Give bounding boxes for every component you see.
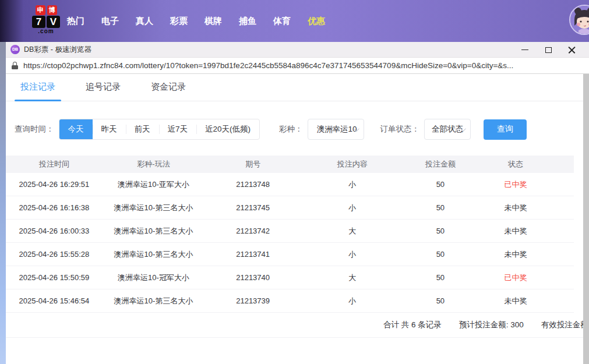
logo-brand-char-v: V (47, 16, 60, 28)
bet-records-table: 投注时间 彩种-玩法 期号 投注内容 投注金额 状态 2025-04-26 16… (6, 156, 589, 313)
cell-game-play: 澳洲幸运10-第三名大小 (103, 226, 205, 236)
window-controls (513, 42, 583, 58)
table-row: 2025-04-26 16:29:51 澳洲幸运10-亚军大小 21213748… (6, 173, 574, 196)
table-row: 2025-04-26 15:50:59 澳洲幸运10-冠军大小 21213740… (6, 266, 574, 289)
lock-icon (12, 62, 18, 69)
order-status-label: 订单状态： (380, 124, 420, 135)
cell-bet-time: 2025-04-26 16:00:33 (6, 227, 103, 235)
cell-amount: 50 (404, 227, 478, 235)
browser-url-bar[interactable]: https://ctop02pchwp1.zfnc84.com/lottery/… (6, 58, 589, 74)
cell-bet-time: 2025-04-26 15:50:59 (6, 273, 103, 282)
summary-row: 合计 共 6 条记录 预计投注金额: 300 有效投注金额 (6, 313, 589, 338)
browser-window: DB DB彩票 - 极速浏览器 https://ctop02pchwp1.zfn… (6, 42, 589, 364)
summary-total-records: 合计 共 6 条记录 (383, 320, 442, 330)
logo-brand-char-7: 7 (32, 16, 45, 28)
cell-amount: 50 (404, 273, 478, 282)
cell-game-play: 澳洲幸运10-冠军大小 (103, 273, 205, 283)
time-range-group: 今天 昨天 前天 近7天 近20天(低频) (59, 119, 260, 140)
lottery-type-value: 澳洲幸运10 (317, 124, 357, 135)
cell-bet-time: 2025-04-26 16:29:51 (6, 180, 103, 189)
nav-item-hot[interactable]: 热门 (67, 16, 84, 27)
query-time-label: 查询时间： (15, 124, 54, 135)
window-title: DB彩票 - 极速浏览器 (24, 45, 91, 55)
cell-issue: 21213742 (204, 227, 301, 235)
table-row: 2025-04-26 15:46:54 澳洲幸运10-第三名大小 2121373… (6, 289, 574, 313)
col-header-game-play: 彩种-玩法 (103, 159, 205, 169)
time-option-last-7-days[interactable]: 近7天 (159, 119, 197, 139)
summary-valid-amount: 有效投注金额 (541, 320, 588, 330)
logo-domain: .com (28, 28, 64, 34)
minimize-button[interactable] (513, 42, 537, 58)
time-option-day-before[interactable]: 前天 (126, 119, 159, 139)
cell-amount: 50 (404, 203, 478, 212)
cell-content: 大 (301, 226, 404, 236)
tab-chase-records[interactable]: 追号记录 (80, 74, 126, 101)
order-status-value: 全部状态 (432, 124, 463, 135)
nav-item-promo[interactable]: 优惠 (308, 16, 325, 27)
cell-issue: 21213741 (204, 250, 301, 259)
search-button[interactable]: 查询 (484, 119, 527, 140)
tab-fund-records[interactable]: 资金记录 (145, 74, 192, 101)
desktop-background-strip (0, 42, 6, 364)
col-header-amount: 投注金额 (404, 159, 478, 169)
cell-bet-time: 2025-04-26 15:55:28 (6, 250, 103, 259)
cell-bet-time: 2025-04-26 16:16:38 (6, 203, 103, 212)
cell-status: 已中奖 (477, 179, 554, 190)
cell-content: 小 (301, 203, 404, 213)
maximize-button[interactable] (537, 42, 560, 58)
table-row: 2025-04-26 16:16:38 澳洲幸运10-第三名大小 2121374… (6, 196, 574, 220)
nav-item-board[interactable]: 棋牌 (204, 16, 222, 27)
lottery-type-label: 彩种： (279, 124, 303, 135)
close-icon (568, 46, 576, 54)
logo-badge-right: 博 (47, 5, 57, 15)
tab-bet-records[interactable]: 投注记录 (15, 74, 61, 101)
cell-amount: 50 (404, 250, 478, 259)
cell-status: 未中奖 (477, 203, 554, 213)
cell-content: 小 (301, 296, 404, 306)
cell-issue: 21213739 (204, 296, 301, 305)
nav-item-lottery[interactable]: 彩票 (170, 16, 188, 27)
url-text[interactable]: https://ctop02pchwp1.zfnc84.com/lottery/… (23, 61, 513, 70)
cell-issue: 21213740 (204, 273, 301, 282)
nav-item-fishing[interactable]: 捕鱼 (239, 16, 256, 27)
user-avatar[interactable] (569, 5, 589, 35)
cell-game-play: 澳洲幸运10-第三名大小 (103, 249, 205, 260)
time-option-today[interactable]: 今天 (59, 119, 93, 139)
site-top-nav: 申 博 7 V .com 热门 电子 真人 彩票 棋牌 捕鱼 体育 优惠 (0, 0, 589, 42)
cell-game-play: 澳洲幸运10-第三名大小 (103, 296, 205, 306)
summary-estimated-amount: 预计投注金额: 300 (459, 320, 524, 330)
col-header-content: 投注内容 (301, 159, 404, 169)
table-row: 2025-04-26 16:00:33 澳洲幸运10-第三名大小 2121374… (6, 220, 574, 243)
minimize-icon (521, 50, 528, 50)
cell-amount: 50 (404, 296, 478, 305)
col-header-bet-time: 投注时间 (6, 159, 103, 169)
table-header-row: 投注时间 彩种-玩法 期号 投注内容 投注金额 状态 (6, 156, 574, 173)
cell-content: 小 (301, 249, 404, 260)
time-option-yesterday[interactable]: 昨天 (93, 119, 126, 139)
browser-favicon: DB (10, 45, 20, 54)
nav-item-sports[interactable]: 体育 (273, 16, 291, 27)
cell-content: 小 (301, 179, 404, 190)
close-button[interactable] (560, 42, 583, 58)
table-row: 2025-04-26 15:55:28 澳洲幸运10-第三名大小 2121374… (6, 243, 574, 266)
cell-issue: 21213748 (204, 180, 301, 189)
cell-status: 已中奖 (477, 273, 554, 283)
nav-item-live[interactable]: 真人 (136, 16, 153, 27)
order-status-select[interactable]: 全部状态 (424, 119, 471, 140)
col-header-status: 状态 (477, 159, 554, 169)
time-option-last-20-days[interactable]: 近20天(低频) (196, 119, 259, 139)
lottery-type-select[interactable]: 澳洲幸运10 (308, 119, 364, 140)
site-logo[interactable]: 申 博 7 V .com (28, 5, 64, 34)
page-viewport: 投注记录 追号记录 资金记录 查询时间： 今天 昨天 前天 近7天 近20天(低… (6, 74, 589, 364)
cell-game-play: 澳洲幸运10-亚军大小 (103, 179, 205, 190)
cell-bet-time: 2025-04-26 15:46:54 (6, 296, 103, 305)
avatar-cartoon-girl-icon (570, 6, 589, 34)
nav-item-slots[interactable]: 电子 (101, 16, 119, 27)
cell-status: 未中奖 (477, 249, 554, 260)
record-tabs: 投注记录 追号记录 资金记录 (6, 74, 589, 101)
vertical-scrollbar[interactable] (583, 74, 589, 364)
maximize-icon (545, 47, 552, 53)
cell-content: 大 (301, 273, 404, 283)
browser-title-bar[interactable]: DB DB彩票 - 极速浏览器 (6, 42, 589, 58)
cell-amount: 50 (404, 180, 478, 189)
